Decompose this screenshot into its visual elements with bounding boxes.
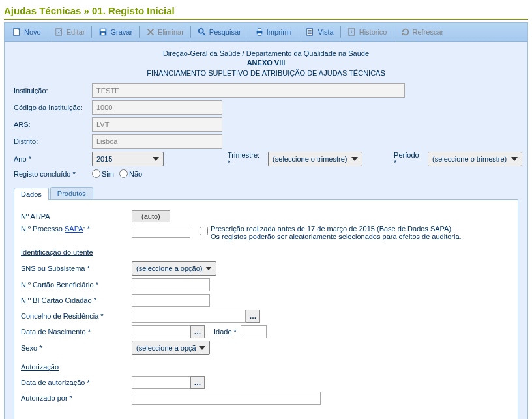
header-title: FINANCIAMENTO SUPLETIVO DE ATRIBUIÇÃO DE… bbox=[14, 69, 518, 77]
separator bbox=[91, 26, 92, 38]
registo-sim-radio[interactable] bbox=[92, 169, 100, 178]
separator bbox=[340, 26, 341, 38]
save-icon bbox=[98, 27, 108, 36]
sns-select[interactable]: (seleccione a opção) bbox=[132, 261, 216, 276]
chevron-down-icon bbox=[351, 157, 358, 161]
chevron-down-icon bbox=[153, 157, 159, 161]
separator bbox=[248, 26, 248, 38]
form-body: Direção-Geral da Saúde / Departamento da… bbox=[5, 42, 527, 419]
separator bbox=[190, 26, 191, 38]
instituicao-field bbox=[92, 83, 405, 98]
autpor-label: Autorizado por * bbox=[21, 394, 132, 402]
svg-rect-4 bbox=[102, 33, 105, 35]
svg-point-5 bbox=[199, 29, 203, 33]
toolbar: Novo Editar Gravar Eliminar Pesquisar Im… bbox=[5, 23, 527, 42]
nao-label: Não bbox=[129, 170, 142, 178]
autpor-field[interactable] bbox=[132, 392, 321, 405]
trimestre-label: Trimestre: * bbox=[228, 151, 263, 167]
breadcrumb: Ajudas Técnicas » 01. Registo Inicial bbox=[4, 4, 528, 20]
pesquisar-button[interactable]: Pesquisar bbox=[194, 25, 245, 38]
prescricao-checkbox[interactable] bbox=[200, 227, 208, 235]
svg-rect-7 bbox=[258, 29, 261, 31]
tabstrip: Dados Produtos bbox=[14, 187, 518, 199]
imprimir-button[interactable]: Imprimir bbox=[251, 25, 297, 38]
concelho-label: Concelho de Residência * bbox=[21, 312, 132, 320]
gravar-button[interactable]: Gravar bbox=[95, 25, 136, 38]
separator bbox=[299, 26, 299, 38]
idade-field[interactable] bbox=[241, 325, 267, 338]
cartao-field[interactable] bbox=[132, 278, 210, 291]
dn-field[interactable] bbox=[132, 325, 190, 338]
dn-label: Data de Nascimento * bbox=[21, 328, 132, 336]
svg-rect-3 bbox=[101, 29, 106, 32]
search-icon bbox=[198, 27, 207, 36]
bi-field[interactable] bbox=[132, 294, 210, 307]
codigo-field bbox=[92, 100, 222, 115]
cartao-label: N.º Cartão Beneficiário * bbox=[21, 281, 132, 289]
ano-label: Ano * bbox=[14, 155, 92, 163]
sim-label: Sim bbox=[102, 170, 114, 178]
history-icon bbox=[347, 27, 357, 36]
ano-select[interactable]: 2015 bbox=[92, 152, 164, 166]
chevron-down-icon bbox=[205, 267, 212, 270]
concelho-lookup-button[interactable]: … bbox=[246, 310, 260, 323]
chevron-down-icon bbox=[199, 346, 205, 350]
view-icon bbox=[306, 27, 315, 36]
header-anexo: ANEXO VIII bbox=[14, 59, 518, 66]
dataaut-picker-button[interactable]: … bbox=[190, 376, 205, 389]
bi-label: N.º BI Cartão Cidadão * bbox=[21, 296, 132, 304]
editar-button[interactable]: Editar bbox=[51, 25, 89, 38]
vista-button[interactable]: Vista bbox=[302, 25, 337, 38]
separator bbox=[48, 26, 48, 38]
sexo-label: Sexo * bbox=[21, 344, 132, 352]
codigo-label: Código da Instituição: bbox=[14, 104, 92, 111]
refrescar-button[interactable]: Refrescar bbox=[397, 25, 448, 38]
svg-rect-8 bbox=[258, 33, 261, 36]
tab-dados[interactable]: Dados bbox=[14, 188, 49, 200]
sns-label: SNS ou Subsistema * bbox=[21, 265, 132, 272]
natpa-value: (auto) bbox=[132, 210, 170, 222]
instituicao-label: Instituição: bbox=[14, 87, 92, 94]
autorizacao-title: Autorização bbox=[21, 363, 511, 371]
main-panel: Novo Editar Gravar Eliminar Pesquisar Im… bbox=[4, 22, 528, 419]
separator bbox=[394, 26, 394, 38]
dn-picker-button[interactable]: … bbox=[190, 325, 205, 338]
breadcrumb-sep: » bbox=[84, 5, 89, 16]
chevron-down-icon bbox=[511, 157, 518, 161]
idade-label: Idade * bbox=[214, 328, 237, 336]
print-icon bbox=[255, 27, 264, 36]
distrito-label: Distrito: bbox=[14, 137, 92, 145]
registo-nao-radio[interactable] bbox=[119, 169, 128, 178]
tab-dados-body: Nº AT/PA (auto) N.º Processo SAPA: * Pre… bbox=[14, 199, 518, 419]
ars-label: ARS: bbox=[14, 121, 92, 128]
ars-field bbox=[92, 117, 222, 132]
sapa-link[interactable]: SAPA bbox=[65, 225, 83, 233]
concelho-field[interactable] bbox=[132, 310, 246, 323]
trimestre-select[interactable]: (seleccione o trimestre) bbox=[268, 152, 362, 166]
eliminar-button[interactable]: Eliminar bbox=[142, 25, 188, 38]
dataaut-field[interactable] bbox=[132, 376, 190, 389]
separator bbox=[139, 26, 140, 38]
proc-sapa-field[interactable] bbox=[132, 225, 190, 238]
periodo-select[interactable]: (seleccione o trimestre) bbox=[428, 152, 522, 166]
edit-icon bbox=[55, 27, 64, 36]
proc-sapa-label: N.º Processo SAPA: * bbox=[21, 225, 132, 233]
breadcrumb-module: Ajudas Técnicas bbox=[4, 5, 81, 16]
refresh-icon bbox=[401, 27, 410, 36]
distrito-field bbox=[92, 134, 222, 149]
dataaut-label: Data de autorização * bbox=[21, 379, 132, 386]
new-icon bbox=[12, 27, 22, 36]
header-org: Direção-Geral da Saúde / Departamento da… bbox=[14, 50, 518, 57]
sexo-select[interactable]: (seleccione a opção) bbox=[132, 341, 210, 355]
historico-button[interactable]: Historico bbox=[344, 25, 391, 38]
prescricao-note: Prescrição realizada antes de 17 de març… bbox=[211, 225, 462, 240]
delete-icon bbox=[146, 27, 155, 36]
breadcrumb-page: 01. Registo Inicial bbox=[92, 5, 175, 16]
natpa-label: Nº AT/PA bbox=[21, 212, 132, 220]
novo-button[interactable]: Novo bbox=[8, 25, 45, 38]
form-header: Direção-Geral da Saúde / Departamento da… bbox=[14, 50, 518, 77]
registo-label: Registo concluído * bbox=[14, 170, 92, 178]
tab-produtos[interactable]: Produtos bbox=[50, 187, 93, 199]
periodo-label: Período * bbox=[394, 151, 422, 167]
identificacao-title: Identificação do utente bbox=[21, 248, 511, 256]
